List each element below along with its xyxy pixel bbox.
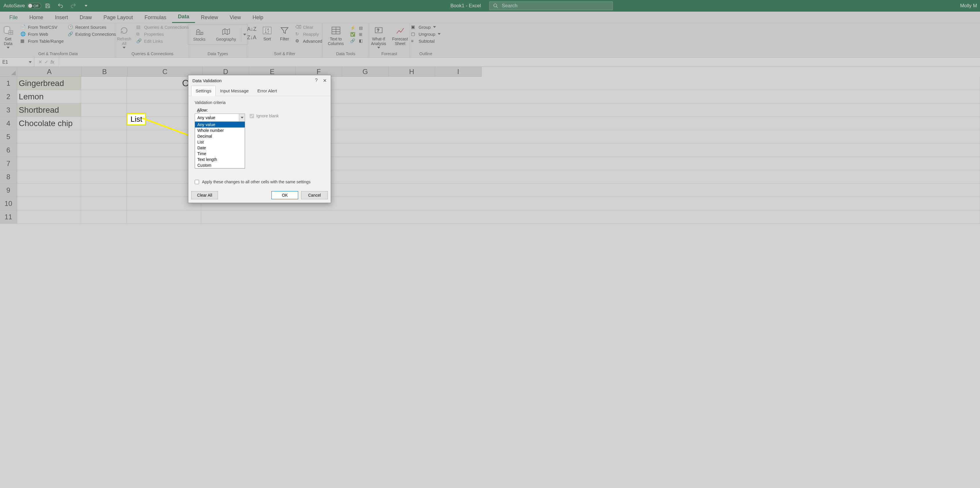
- allow-dropdown-list: Any value Whole number Decimal List Date…: [195, 122, 245, 168]
- allow-option-date[interactable]: Date: [195, 145, 245, 151]
- callout-box: List: [127, 113, 146, 125]
- dialog-tab-settings[interactable]: Settings: [191, 86, 216, 96]
- ok-button[interactable]: OK: [272, 191, 298, 199]
- allow-option-time[interactable]: Time: [195, 151, 245, 157]
- ignore-blank-input: [250, 114, 254, 118]
- dialog-title-text: Data Validation: [192, 78, 222, 83]
- apply-all-label: Apply these changes to all other cells w…: [202, 180, 311, 184]
- dialog-titlebar[interactable]: Data Validation ? ✕: [188, 75, 331, 86]
- chevron-down-icon[interactable]: [239, 114, 245, 121]
- allow-selected: Any value: [197, 115, 215, 120]
- dialog-tabs: Settings Input Message Error Alert: [188, 86, 331, 96]
- modal-overlay: [0, 0, 980, 488]
- allow-label: A: [197, 108, 200, 113]
- allow-combobox[interactable]: Any value Any value Whole number Decimal…: [195, 114, 245, 168]
- cancel-button[interactable]: Cancel: [301, 191, 328, 199]
- dialog-tab-error-alert[interactable]: Error Alert: [253, 86, 282, 96]
- help-icon[interactable]: ?: [315, 78, 318, 83]
- allow-option-any-value[interactable]: Any value: [195, 122, 245, 127]
- allow-option-custom[interactable]: Custom: [195, 162, 245, 168]
- allow-option-text-length[interactable]: Text length: [195, 157, 245, 162]
- clear-all-button[interactable]: Clear All: [191, 191, 218, 199]
- dialog-tab-input-message[interactable]: Input Message: [216, 86, 253, 96]
- close-icon[interactable]: ✕: [323, 78, 327, 83]
- data-validation-dialog: Data Validation ? ✕ Settings Input Messa…: [188, 75, 331, 203]
- apply-all-checkbox[interactable]: [195, 180, 199, 184]
- allow-option-whole-number[interactable]: Whole number: [195, 127, 245, 134]
- validation-criteria-label: Validation criteria: [195, 100, 325, 105]
- allow-option-list[interactable]: List: [195, 139, 245, 145]
- ignore-blank-checkbox: Ignore blank: [250, 114, 279, 118]
- allow-option-decimal[interactable]: Decimal: [195, 134, 245, 139]
